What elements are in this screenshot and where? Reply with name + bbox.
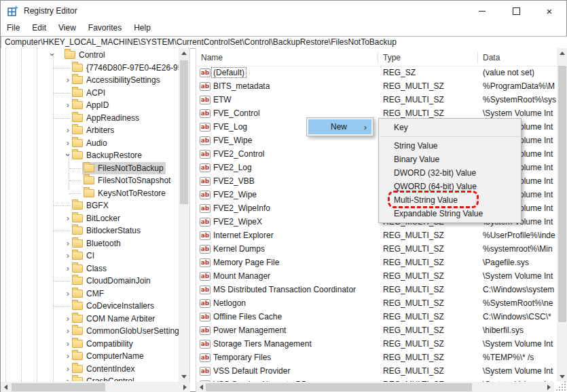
scroll-left-icon[interactable] <box>200 385 203 390</box>
tree-item-filesnottobackup[interactable]: FilesNotToBackup <box>82 162 166 174</box>
column-header-data[interactable]: Data <box>483 50 500 66</box>
tree-item-cmf[interactable]: CMF <box>71 288 106 300</box>
column-separator[interactable] <box>378 52 378 64</box>
tree-item-7746d80f-97e0-4e26-95[interactable]: {7746D80F-97E0-4E26-95 <box>71 62 179 74</box>
title-bar: Registry Editor × <box>1 1 566 21</box>
menubar-item-help[interactable]: Help <box>128 21 157 35</box>
menubar-item-file[interactable]: File <box>1 21 26 35</box>
menu-item-expandable-string-value[interactable]: Expandable String Value <box>379 207 521 220</box>
tree-item-accessibilitysettings[interactable]: AccessibilitySettings <box>71 74 162 86</box>
tree-row: CloudDomainJoin <box>1 275 179 288</box>
menu-item-multi-string-value[interactable]: Multi-String Value <box>379 193 521 207</box>
registry-value-row[interactable]: abStorage Tiers ManagementREG_MULTI_SZ\S… <box>196 338 556 351</box>
scrollbar-thumb[interactable] <box>206 383 472 391</box>
string-value-icon: ab <box>200 177 211 186</box>
column-header-name[interactable]: Name <box>201 50 223 66</box>
scrollbar-thumb[interactable] <box>180 60 188 204</box>
folder-icon <box>84 189 94 197</box>
scroll-left-icon[interactable] <box>4 385 7 390</box>
registry-value-row[interactable]: abMS Distributed Transaction Coordinator… <box>196 283 556 297</box>
tree-item-label: Arbiters <box>86 125 114 135</box>
tree-item-crashcontrol[interactable]: CrashControl <box>71 375 136 381</box>
menubar-item-favorites[interactable]: Favorites <box>82 21 128 35</box>
close-button[interactable]: × <box>532 1 566 21</box>
list-horizontal-scrollbar[interactable] <box>196 382 554 392</box>
menu-item-dword-32-bit-value[interactable]: DWORD (32-bit) Value <box>379 166 521 180</box>
tree-item-label: AccessibilitySettings <box>86 75 160 85</box>
collapse-icon[interactable]: › <box>48 51 58 59</box>
folder-icon <box>72 64 83 72</box>
tree-item-commonglobusersetting[interactable]: CommonGlobUserSetting <box>71 325 179 337</box>
value-name: Storage Tiers Management <box>213 339 312 349</box>
value-name: FVE2_Log <box>213 163 252 172</box>
scroll-up-icon[interactable] <box>560 52 565 55</box>
tree-item-codeviceinstallers[interactable]: CoDeviceInstallers <box>71 300 156 312</box>
column-header-type[interactable]: Type <box>383 50 401 66</box>
tree-item-appreadiness[interactable]: AppReadiness <box>71 112 141 124</box>
tree-vertical-scrollbar[interactable] <box>179 48 189 382</box>
tree-horizontal-scrollbar[interactable] <box>1 382 190 392</box>
tree-item-appid[interactable]: AppID <box>71 99 111 111</box>
registry-value-row[interactable]: abBITS_metadataREG_MULTI_SZ%ProgramData%… <box>196 80 556 94</box>
tree-item-computername[interactable]: ComputerName <box>71 350 146 362</box>
tree-item-backuprestore[interactable]: BackupRestore <box>71 149 144 161</box>
list-vertical-scrollbar[interactable] <box>557 48 567 382</box>
menu-item-new[interactable]: New › <box>308 119 371 134</box>
tree-item-filesnottosnapshot[interactable]: FilesNotToSnapshot <box>82 174 172 187</box>
scrollbar-thumb[interactable] <box>12 383 105 391</box>
tree-item-acpi[interactable]: ACPI <box>71 87 107 99</box>
registry-value-row[interactable]: abTemporary FilesREG_MULTI_SZ%TEMP%\* /s <box>196 351 556 365</box>
menubar-item-edit[interactable]: Edit <box>26 21 52 35</box>
tree-item-label: CMF <box>86 289 104 298</box>
registry-value-row[interactable]: abVSS Default ProviderREG_MULTI_SZ\Syste… <box>196 365 556 378</box>
scroll-right-icon[interactable] <box>547 385 551 390</box>
tree-item-compatibility[interactable]: Compatibility <box>71 338 135 350</box>
tree-connector-line <box>54 306 71 307</box>
tree-item-bitlockerstatus[interactable]: BitlockerStatus <box>71 224 143 237</box>
tree-item-arbiters[interactable]: Arbiters <box>71 124 116 136</box>
registry-value-row[interactable]: abKernel DumpsREG_MULTI_SZ%systemroot%\M… <box>196 243 556 256</box>
tree-item-label: Compatibility <box>86 339 133 349</box>
registry-value-row[interactable]: abMemory Page FileREG_MULTI_SZ\Pagefile.… <box>196 256 556 270</box>
tree-item-audio[interactable]: Audio <box>71 137 109 149</box>
string-value-icon: ab <box>200 96 211 104</box>
tree-item-bluetooth[interactable]: Bluetooth <box>71 237 123 250</box>
scroll-down-icon[interactable] <box>181 375 187 378</box>
tree-item-com-name-arbiter[interactable]: COM Name Arbiter <box>71 313 157 325</box>
registry-value-row[interactable]: abInternet ExplorerREG_MULTI_SZ%UserProf… <box>196 229 556 243</box>
registry-value-row[interactable]: abETWREG_MULTI_SZ%SystemRoot%\sys <box>196 94 556 107</box>
menu-item-binary-value[interactable]: Binary Value <box>379 153 521 166</box>
tree-row: KeysNotToRestore <box>1 187 179 200</box>
registry-value-row[interactable]: abPower ManagementREG_MULTI_SZ\hiberfil.… <box>196 324 556 338</box>
scroll-right-icon[interactable] <box>183 385 187 390</box>
menubar-item-view[interactable]: View <box>52 21 82 35</box>
tree-item-keysnottorestore[interactable]: KeysNotToRestore <box>82 187 168 199</box>
tree-item-contentindex[interactable]: ContentIndex <box>71 363 136 375</box>
scroll-up-icon[interactable] <box>181 52 187 55</box>
menu-item-key[interactable]: Key <box>379 121 521 134</box>
tree-item-clouddomainjoin[interactable]: CloudDomainJoin <box>71 275 153 287</box>
menu-item-qword-64-bit-value[interactable]: QWORD (64-bit) Value <box>379 180 521 193</box>
scroll-down-icon[interactable] <box>560 375 565 378</box>
address-bar[interactable]: Computer\HKEY_LOCAL_MACHINE\SYSTEM\Curre… <box>1 36 567 49</box>
registry-value-row[interactable]: ab(Default)REG_SZ(value not set) <box>196 66 556 80</box>
tree-item-bitlocker[interactable]: BitLocker <box>71 212 122 224</box>
menu-item-string-value[interactable]: String Value <box>379 139 521 153</box>
value-data: %SystemRoot%\sys <box>483 95 556 104</box>
value-type: REG_MULTI_SZ <box>383 298 444 308</box>
scrollbar-thumb[interactable] <box>558 66 566 322</box>
registry-value-row[interactable]: abMount ManagerREG_MULTI_SZ\System Volum… <box>196 270 556 283</box>
tree-item-ci[interactable]: CI <box>71 250 96 262</box>
string-value-icon: ab <box>200 326 211 335</box>
registry-value-row[interactable]: abNetlogonREG_MULTI_SZ%SystemRoot%\ne <box>196 297 556 311</box>
maximize-button[interactable] <box>499 1 533 21</box>
registry-value-row[interactable]: abOffline Files CacheREG_MULTI_SZC:\Wind… <box>196 311 556 324</box>
column-separator[interactable] <box>477 52 478 64</box>
value-data: \System Volume Int <box>483 366 553 376</box>
folder-icon <box>72 76 83 84</box>
tree-item-bgfx[interactable]: BGFX <box>71 199 111 212</box>
minimize-button[interactable] <box>465 1 499 21</box>
tree-item-class[interactable]: Class <box>71 262 109 275</box>
tree-item-control[interactable]: Control <box>63 49 107 61</box>
value-data: \System Volume Int <box>483 271 553 281</box>
